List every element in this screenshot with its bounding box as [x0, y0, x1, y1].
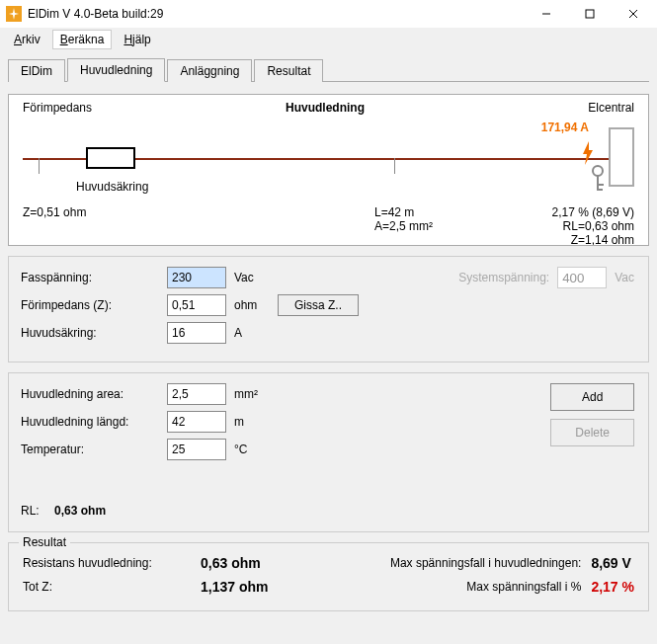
langd-label: Huvudledning längd: — [21, 415, 159, 429]
systemspanning-row: Systemspänning: Vac — [458, 267, 634, 288]
delete-button[interactable]: Delete — [550, 419, 634, 446]
temp-unit: °C — [234, 443, 270, 456]
area-label: Huvudledning area: — [21, 387, 159, 401]
diagram-z-right: Z=1,14 ohm — [571, 233, 634, 246]
key-icon — [589, 165, 607, 196]
maxfall-label: Max spänningsfall i huvudledningen: — [319, 556, 591, 570]
add-button[interactable]: Add — [550, 383, 634, 411]
diagram-panel: Förimpedans Huvudledning Elcentral 171,9… — [8, 94, 649, 246]
diagram-z-left: Z=0,51 ohm — [23, 205, 86, 219]
temp-input[interactable] — [167, 439, 226, 460]
menu-arkiv[interactable]: Arkiv — [6, 30, 48, 49]
close-button[interactable] — [612, 0, 655, 28]
huvudsakring-unit: A — [234, 326, 270, 340]
menu-berakna[interactable]: Beräkna — [52, 30, 113, 49]
huvudsakring-input[interactable] — [167, 322, 226, 344]
minimize-button[interactable] — [525, 0, 568, 28]
svg-point-4 — [593, 166, 603, 176]
diagram-huvudsakring-label: Huvudsäkring — [76, 180, 148, 194]
diagram-l-value: L=42 m — [374, 205, 414, 219]
diagram-a-value: A=2,5 mm² — [374, 219, 433, 233]
resistans-value: 0,63 ohm — [201, 555, 319, 571]
systemspanning-label: Systemspänning: — [458, 271, 549, 284]
resistans-label: Resistans huvudledning: — [23, 556, 201, 570]
diagram-rl-value: RL=0,63 ohm — [563, 219, 634, 233]
systemspanning-unit: Vac — [615, 271, 634, 284]
temp-label: Temperatur: — [21, 443, 159, 456]
diagram-forimpedans-label: Förimpedans — [23, 101, 92, 115]
maxpct-value: 2,17 % — [591, 579, 634, 595]
totz-value: 1,137 ohm — [201, 579, 319, 595]
area-input[interactable] — [167, 383, 226, 405]
forimpedans-input[interactable] — [167, 294, 226, 316]
bolt-icon — [581, 141, 595, 168]
tab-eldim[interactable]: ElDim — [8, 59, 65, 82]
menu-hjalp[interactable]: Hjälp — [116, 30, 158, 49]
diagram-elcentral-label: Elcentral — [588, 101, 634, 115]
tab-anlaggning[interactable]: Anläggning — [167, 59, 252, 82]
maxpct-label: Max spänningsfall i % — [319, 580, 591, 594]
systemspanning-input — [557, 267, 607, 288]
params-group-1: Fasspänning: Vac Förimpedans (Z): ohm Gi… — [8, 256, 649, 362]
elcentral-icon — [609, 127, 634, 187]
totz-label: Tot Z: — [23, 580, 201, 594]
fasspanning-input[interactable] — [167, 267, 226, 288]
forimpedans-label: Förimpedans (Z): — [21, 298, 159, 312]
app-icon — [6, 6, 22, 22]
tabbar: ElDim Huvudledning Anläggning Resultat — [0, 51, 657, 81]
rl-value: 0,63 ohm — [54, 504, 106, 518]
huvudsakring-label: Huvudsäkring: — [21, 326, 159, 340]
diagram-tick-left — [39, 158, 40, 174]
langd-unit: m — [234, 415, 270, 429]
diagram-huvudledning-label: Huvudledning — [286, 101, 365, 115]
params-group-2: Huvudledning area: mm² Huvudledning läng… — [8, 372, 649, 532]
fasspanning-label: Fasspänning: — [21, 271, 159, 284]
resultat-legend: Resultat — [19, 535, 70, 549]
resultat-group: Resultat Resistans huvudledning: 0,63 oh… — [8, 542, 649, 611]
diagram-current: 171,94 A — [541, 121, 589, 134]
area-unit: mm² — [234, 387, 270, 401]
rl-label: RL: — [21, 504, 40, 518]
tab-resultat[interactable]: Resultat — [254, 59, 323, 82]
titlebar: ElDim V 4.0-Beta build:29 — [0, 0, 657, 28]
diagram-tick-mid — [394, 158, 395, 174]
diagram-fuse-box — [86, 147, 135, 169]
langd-input[interactable] — [167, 411, 226, 433]
forimpedans-unit: ohm — [234, 298, 270, 312]
window-title: ElDim V 4.0-Beta build:29 — [28, 7, 525, 21]
tab-huvudledning[interactable]: Huvudledning — [67, 58, 165, 82]
menubar: ArkivBeräknaHjälp — [0, 28, 657, 51]
maximize-button[interactable] — [568, 0, 612, 28]
maxfall-value: 8,69 V — [591, 555, 634, 571]
gissa-z-button[interactable]: Gissa Z.. — [278, 294, 359, 316]
fasspanning-unit: Vac — [234, 271, 270, 284]
svg-rect-1 — [586, 10, 594, 18]
diagram-pct-value: 2,17 % (8,69 V) — [552, 205, 634, 219]
